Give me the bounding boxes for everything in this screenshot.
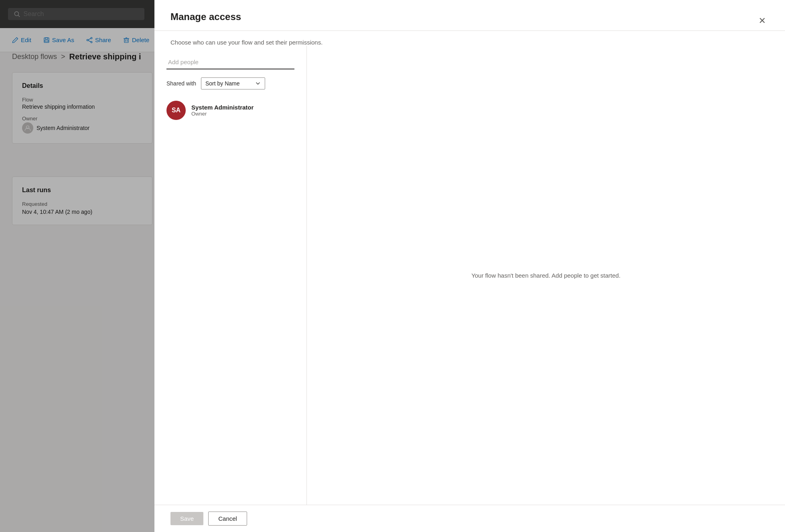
modal-footer: Save Cancel (154, 505, 785, 532)
shared-with-row: Shared with Sort by Name (166, 77, 294, 89)
user-name: System Administrator (191, 104, 254, 111)
sort-dropdown[interactable]: Sort by Name (201, 77, 265, 89)
empty-state-message: Your flow hasn't been shared. Add people… (471, 272, 621, 279)
user-initials: SA (172, 107, 181, 114)
modal-left-panel: Shared with Sort by Name SA System Admin… (154, 46, 307, 505)
add-people-input[interactable] (166, 55, 294, 69)
save-button[interactable]: Save (170, 512, 203, 525)
user-avatar: SA (166, 101, 186, 120)
modal-body: Shared with Sort by Name SA System Admin… (154, 46, 785, 505)
modal-subtitle: Choose who can use your flow and set the… (154, 31, 785, 46)
cancel-button[interactable]: Cancel (208, 512, 247, 526)
user-role: Owner (191, 111, 254, 117)
modal-header: Manage access ✕ (154, 0, 785, 31)
modal-title: Manage access (170, 11, 241, 30)
chevron-down-icon (255, 81, 261, 86)
user-info: System Administrator Owner (191, 104, 254, 117)
modal-right-panel: Your flow hasn't been shared. Add people… (307, 46, 785, 505)
sort-dropdown-label: Sort by Name (205, 80, 240, 87)
manage-access-modal: Manage access ✕ Choose who can use your … (154, 0, 785, 532)
shared-with-label: Shared with (166, 80, 196, 87)
user-entry: SA System Administrator Owner (166, 97, 294, 123)
modal-close-button[interactable]: ✕ (755, 14, 769, 28)
